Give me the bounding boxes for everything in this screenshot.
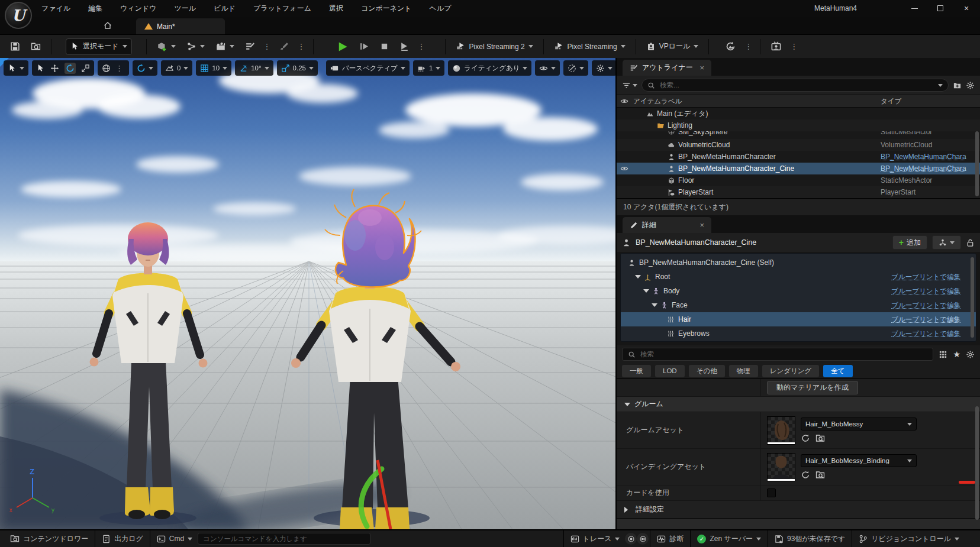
use-selected-asset-icon[interactable] — [801, 470, 810, 480]
outliner-row-actor[interactable]: BP_NewMetaHumanCharacter BP_NewMetaHuman… — [617, 151, 980, 163]
output-log-button[interactable]: 出力ログ — [96, 530, 149, 547]
tab-outliner[interactable]: アウトライナー × — [623, 60, 711, 76]
scale-tool-icon[interactable] — [81, 64, 90, 73]
component-row-body[interactable]: Body ブループリントで編集 — [621, 284, 976, 298]
menu-select[interactable]: 選択 — [329, 4, 343, 14]
use-cards-checkbox[interactable] — [767, 488, 776, 497]
select-mode-dropdown[interactable]: 選択モード — [66, 38, 132, 55]
outliner-row-folder[interactable]: Lighting — [617, 119, 980, 131]
outliner-filter-button[interactable] — [622, 81, 637, 90]
coordinate-system-button[interactable]: ⋮ — [98, 60, 129, 76]
scale-snapping-button[interactable]: 0.25 — [277, 60, 318, 76]
groom-asset-thumbnail[interactable] — [767, 416, 795, 445]
view-mode-dropdown[interactable]: ライティングあり — [448, 60, 531, 76]
visibility-eye-icon[interactable] — [617, 164, 632, 173]
binding-asset-thumbnail[interactable] — [767, 453, 795, 481]
edit-in-blueprint-link[interactable]: ブループリントで編集 — [891, 301, 960, 310]
outliner-row-actor-selected[interactable]: BP_NewMetaHumanCharacter_Cine BP_NewMeta… — [617, 163, 980, 174]
unreal-logo-icon[interactable]: U — [5, 2, 32, 29]
select-tool-icon[interactable] — [36, 64, 45, 73]
launch-button[interactable] — [395, 38, 414, 55]
show-flags-dropdown[interactable] — [535, 60, 560, 76]
favorites-star-icon[interactable]: ★ — [953, 349, 960, 359]
type-blueprint-link[interactable]: BP_NewMetaHumanChara — [881, 153, 980, 161]
outliner-scrollbar[interactable] — [975, 131, 979, 196]
groom-asset-dropdown[interactable]: Hair_M_BobMessy — [801, 417, 917, 431]
filter-chip-physics[interactable]: 物理 — [729, 365, 758, 377]
column-item-label[interactable]: アイテムラベル — [632, 97, 881, 106]
play-button[interactable] — [333, 38, 353, 55]
revision-control-dropdown[interactable]: リビジョンコントロール — [853, 530, 965, 547]
record-trace-button[interactable] — [625, 533, 637, 545]
viewport-options-dropdown[interactable] — [4, 60, 28, 76]
vp-roll-dropdown[interactable]: VPロール — [642, 38, 703, 55]
groom-section-header[interactable]: グルーム — [617, 397, 980, 412]
tab-main-level[interactable]: Main* — [136, 18, 225, 34]
edit-in-blueprint-link[interactable]: ブループリントで編集 — [891, 273, 960, 281]
viewport-settings-dropdown[interactable] — [592, 60, 615, 76]
menu-component[interactable]: コンポーネント — [361, 4, 412, 14]
outliner-search-input[interactable] — [659, 81, 934, 89]
expander-icon[interactable] — [635, 275, 641, 279]
surface-snapping-button[interactable]: 0 — [161, 60, 192, 76]
trace-dropdown[interactable]: トレース — [565, 530, 626, 547]
viewport-3d-scene[interactable]: Z x y — [0, 58, 615, 529]
pixel-streaming-2-dropdown[interactable]: Pixel Streaming 2 — [452, 38, 537, 55]
stop-button[interactable] — [376, 38, 393, 55]
tab-details[interactable]: 詳細 × — [623, 217, 711, 233]
outliner-search-box[interactable] — [641, 79, 949, 92]
home-button[interactable] — [99, 18, 116, 33]
menu-build[interactable]: ビルド — [214, 4, 236, 14]
menu-file[interactable]: ファイル — [41, 4, 70, 14]
grid-snapping-button[interactable]: 10 — [196, 60, 231, 76]
move-tool-icon[interactable] — [50, 64, 59, 73]
add-actor-button[interactable] — [153, 38, 180, 55]
expander-icon[interactable] — [643, 289, 649, 293]
expander-icon[interactable] — [652, 303, 657, 307]
use-selected-asset-icon[interactable] — [801, 433, 810, 443]
content-drawer-button[interactable]: コンテンツドロワー — [5, 530, 94, 547]
maximize-button[interactable] — [936, 4, 944, 12]
details-scrollbar[interactable] — [975, 406, 979, 520]
menu-window[interactable]: ウィンドウ — [120, 4, 156, 14]
more-options-icon[interactable]: ⋮ — [416, 42, 427, 51]
filter-chip-lod[interactable]: LOD — [655, 365, 685, 377]
edit-in-blueprint-link[interactable]: ブループリントで編集 — [891, 287, 960, 296]
edit-in-blueprint-link[interactable]: ブループリントで編集 — [891, 315, 960, 324]
blueprints-button[interactable] — [182, 38, 209, 55]
outliner-settings-button[interactable] — [966, 81, 975, 90]
paint-mode-button[interactable] — [275, 38, 294, 55]
edit-in-blueprint-link[interactable]: ブループリントで編集 — [891, 329, 960, 338]
editor-modes-button[interactable] — [241, 38, 259, 55]
camera-perspective-dropdown[interactable]: パースペクティブ — [326, 60, 410, 76]
advanced-section-header[interactable]: 詳細設定 — [617, 501, 980, 519]
screenshot-trace-button[interactable] — [637, 533, 649, 545]
type-blueprint-link[interactable]: BP_NewMetaHumanChara — [881, 164, 980, 173]
details-search-box[interactable] — [622, 348, 933, 361]
console-command-dropdown[interactable]: Cmd — [151, 530, 198, 547]
column-type[interactable]: タイプ — [881, 97, 980, 106]
component-row-root[interactable]: Root ブループリントで編集 — [621, 270, 976, 284]
close-button[interactable]: × — [962, 4, 971, 12]
camera-speed-button[interactable]: 1 — [413, 60, 444, 76]
create-folder-button[interactable] — [953, 81, 962, 90]
browse-to-asset-icon[interactable] — [815, 470, 825, 480]
details-settings-button[interactable] — [966, 350, 975, 359]
binding-asset-dropdown[interactable]: Hair_M_BobMessy_Binding — [801, 454, 917, 467]
blueprint-actions-dropdown[interactable] — [932, 235, 961, 250]
details-search-input[interactable] — [639, 350, 927, 358]
close-tab-icon[interactable]: × — [699, 63, 704, 72]
component-row-hair-selected[interactable]: Hair ブループリントで編集 — [621, 312, 976, 326]
rotation-snapping-button[interactable]: 10° — [235, 60, 273, 76]
more-options-icon[interactable]: ⋮ — [114, 64, 125, 73]
more-options-icon[interactable]: ⋮ — [296, 42, 307, 51]
component-row-eyebrows[interactable]: Eyebrows ブループリントで編集 — [621, 326, 976, 341]
rotate-tool-icon[interactable] — [65, 63, 76, 74]
menu-help[interactable]: ヘルプ — [430, 4, 452, 14]
filter-chip-rendering[interactable]: レンダリング — [762, 365, 820, 377]
outliner-row-actor[interactable]: Floor StaticMeshActor — [617, 174, 980, 186]
cinematics-button[interactable] — [211, 38, 238, 55]
component-row-self[interactable]: BP_NewMetaHumanCharacter_Cine (Self) — [621, 255, 976, 270]
filter-chip-general[interactable]: 一般 — [622, 365, 651, 377]
close-tab-icon[interactable]: × — [699, 221, 704, 229]
